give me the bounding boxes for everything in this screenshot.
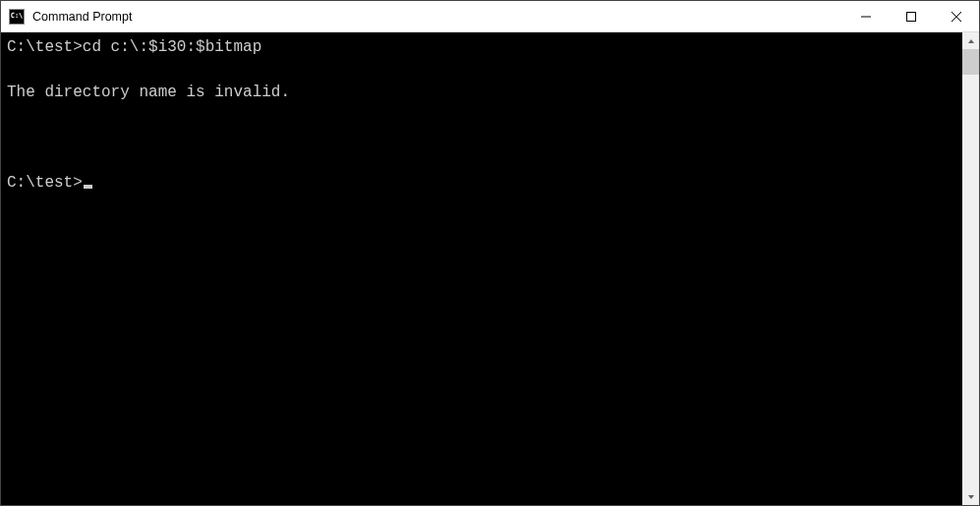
scroll-up-button[interactable]	[962, 32, 979, 49]
app-icon: C:\	[9, 9, 25, 25]
output-text: The directory name is invalid.	[7, 84, 290, 101]
command-text: cd c:\:$i30:$bitmap	[83, 38, 261, 56]
close-icon	[951, 12, 961, 22]
terminal-line	[7, 127, 956, 149]
svg-marker-5	[968, 495, 974, 499]
prompt: C:\test>	[7, 174, 83, 192]
cursor	[84, 185, 92, 189]
terminal-line: C:\test>cd c:\:$i30:$bitmap	[7, 36, 956, 59]
scroll-thumb[interactable]	[962, 49, 979, 75]
svg-rect-1	[907, 12, 916, 21]
terminal-line: C:\test>	[7, 172, 956, 195]
svg-marker-4	[968, 39, 974, 43]
titlebar[interactable]: C:\ Command Prompt	[1, 1, 979, 32]
minimize-icon	[861, 12, 871, 22]
terminal-line: The directory name is invalid.	[7, 82, 956, 104]
command-prompt-window: C:\ Command Prompt C:\test>cd c:\:$i30:$…	[0, 0, 980, 506]
window-title: Command Prompt	[32, 10, 843, 24]
vertical-scrollbar[interactable]	[962, 32, 979, 505]
client-area: C:\test>cd c:\:$i30:$bitmap The director…	[1, 32, 979, 505]
maximize-icon	[906, 12, 916, 22]
window-controls	[843, 1, 979, 31]
app-icon-label: C:\	[11, 13, 24, 20]
chevron-down-icon	[967, 493, 975, 501]
maximize-button[interactable]	[889, 1, 934, 31]
scroll-track[interactable]	[962, 49, 979, 488]
prompt: C:\test>	[7, 38, 83, 56]
minimize-button[interactable]	[843, 1, 889, 31]
chevron-up-icon	[967, 37, 975, 45]
close-button[interactable]	[934, 1, 979, 31]
scroll-down-button[interactable]	[962, 488, 979, 505]
terminal-output[interactable]: C:\test>cd c:\:$i30:$bitmap The director…	[1, 32, 962, 505]
